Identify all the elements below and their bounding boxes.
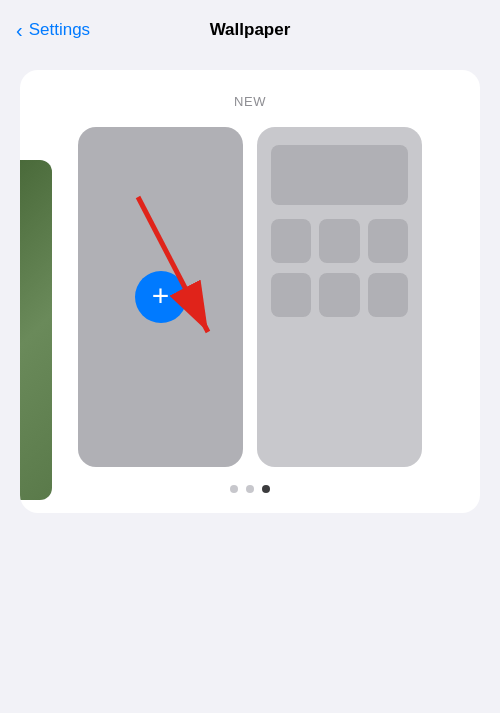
page-dot-3[interactable] bbox=[262, 485, 270, 493]
lock-screen-widgets-row1 bbox=[271, 219, 408, 263]
back-label: Settings bbox=[29, 20, 90, 40]
wallpaper-card: NEW bbox=[20, 70, 480, 513]
page-dot-1[interactable] bbox=[230, 485, 238, 493]
back-button[interactable]: ‹ Settings bbox=[16, 20, 90, 40]
add-wallpaper-preview: + bbox=[78, 127, 243, 467]
lock-widget-6 bbox=[368, 273, 408, 317]
new-section-label: NEW bbox=[36, 94, 464, 109]
chevron-left-icon: ‹ bbox=[16, 20, 23, 40]
wallpaper-previews: + bbox=[36, 127, 464, 467]
lock-widget-5 bbox=[319, 273, 359, 317]
lock-screen-time-area bbox=[271, 145, 408, 205]
lock-widget-4 bbox=[271, 273, 311, 317]
arrow-annotation bbox=[108, 187, 268, 367]
lock-screen-widgets-row2 bbox=[271, 273, 408, 317]
page-indicator bbox=[36, 485, 464, 493]
main-content: NEW bbox=[0, 60, 500, 533]
lock-widget-3 bbox=[368, 219, 408, 263]
nav-bar: ‹ Settings Wallpaper bbox=[0, 0, 500, 60]
page-dot-2[interactable] bbox=[246, 485, 254, 493]
add-wallpaper-button[interactable]: + bbox=[135, 271, 187, 323]
lock-widget-2 bbox=[319, 219, 359, 263]
plus-icon: + bbox=[152, 281, 170, 311]
lock-widget-1 bbox=[271, 219, 311, 263]
page-title: Wallpaper bbox=[210, 20, 291, 40]
lock-screen-preview bbox=[257, 127, 422, 467]
